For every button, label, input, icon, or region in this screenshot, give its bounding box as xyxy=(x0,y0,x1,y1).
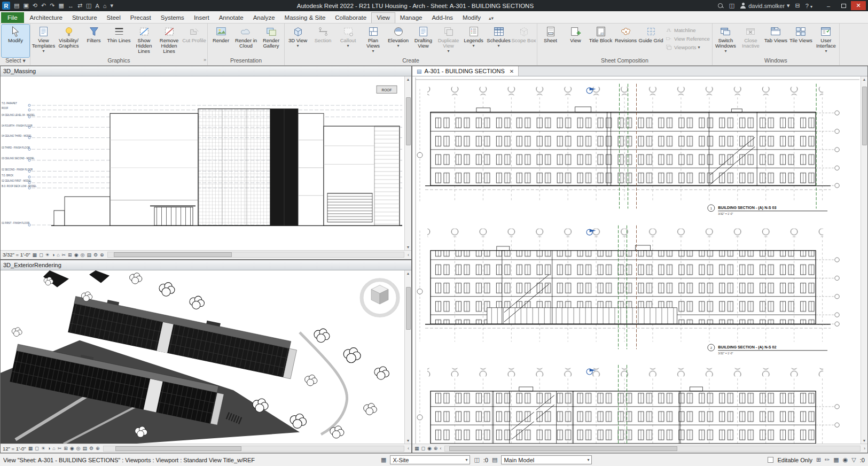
tab-manage[interactable]: Manage xyxy=(395,13,427,23)
detail-level-icon[interactable]: ▦ xyxy=(415,446,419,451)
plan-views-button[interactable]: Plan Views▾ xyxy=(361,25,386,57)
drag-on-selection-icon[interactable]: ◉ xyxy=(843,456,848,463)
worksharing-display-icon[interactable]: ▤ xyxy=(87,252,91,258)
show-hidden-lines-button[interactable]: Show Hidden Lines xyxy=(131,25,157,57)
scale-button[interactable]: 12" = 1'-0" xyxy=(3,446,26,452)
render-in-cloud-button[interactable]: Render in Cloud xyxy=(233,25,259,57)
text-note-icon[interactable]: A xyxy=(96,3,99,9)
panel-title-sheet-composition[interactable]: Sheet Composition xyxy=(537,57,712,65)
filters-button[interactable]: Filters xyxy=(81,25,106,57)
visual-style-icon[interactable]: ◻ xyxy=(421,446,425,451)
close-button[interactable]: ✕ xyxy=(851,1,866,10)
active-workset-select[interactable]: X-Site▾ xyxy=(390,455,470,464)
tab-addins[interactable]: Add-Ins xyxy=(427,13,458,23)
tab-architecture[interactable]: Architecture xyxy=(25,13,67,23)
scroll-up-icon[interactable]: ▲ xyxy=(406,270,410,276)
aligned-dimension-icon[interactable]: ⇄ xyxy=(77,2,82,9)
redo-icon[interactable]: ↷ xyxy=(50,2,54,9)
render-dialog-icon[interactable]: ⌂ xyxy=(57,252,59,258)
save-icon[interactable]: ▣ xyxy=(23,2,28,9)
undo-icon[interactable]: ↶ xyxy=(41,2,46,9)
show-constraints-icon[interactable]: ⊕ xyxy=(96,446,100,451)
3d-view-button[interactable]: 3D View▾ xyxy=(285,25,310,57)
scroll-down-icon[interactable]: ▼ xyxy=(863,438,866,444)
temporary-hide-isolate-icon[interactable]: ◉ xyxy=(427,446,432,451)
tab-precast[interactable]: Precast xyxy=(126,13,156,23)
scroll-left-icon[interactable]: ‹ xyxy=(440,446,441,451)
minimize-button[interactable]: – xyxy=(821,2,836,10)
guide-grid-button[interactable]: Guide Grid xyxy=(638,25,663,57)
reveal-hidden-elements-icon[interactable]: ◎ xyxy=(81,252,85,258)
reveal-hidden-elements-icon[interactable]: ⊕ xyxy=(434,446,438,451)
schedules-button[interactable]: Schedules▾ xyxy=(486,25,511,57)
tab-systems[interactable]: Systems xyxy=(156,13,189,23)
app-store-icon[interactable]: ⊟ xyxy=(795,2,800,9)
viewport-rendering-canvas[interactable]: ▲ ▼ xyxy=(1,270,411,444)
user-interface-button[interactable]: User Interface▾ xyxy=(814,25,839,57)
scroll-right-icon[interactable]: › xyxy=(864,446,865,451)
open-icon[interactable]: ▤ xyxy=(14,2,19,9)
modify-button[interactable]: Modify xyxy=(2,25,29,57)
tile-views-button[interactable]: Tile Views xyxy=(788,25,814,57)
render-gallery-button[interactable]: Render Gallery xyxy=(259,25,284,57)
scroll-down-icon[interactable]: ▼ xyxy=(406,244,410,250)
show-constraints-icon[interactable]: ⊕ xyxy=(100,252,104,258)
sheet-horizontal-scrollbar[interactable] xyxy=(444,446,861,452)
customize-qat-icon[interactable]: ▾ xyxy=(111,2,114,9)
select-underlay-icon[interactable]: ✏ xyxy=(825,456,830,463)
close-view-icon[interactable]: ✕ xyxy=(510,68,514,74)
detail-level-icon[interactable]: ▦ xyxy=(28,446,33,451)
borrowers-icon[interactable]: ◫ xyxy=(474,456,479,463)
print-icon[interactable]: ▦ xyxy=(58,2,64,9)
show-crop-region-icon[interactable]: ⊞ xyxy=(68,252,72,258)
sheet-button[interactable]: Sheet xyxy=(538,25,563,57)
legends-button[interactable]: Legends▾ xyxy=(461,25,486,57)
shadows-icon[interactable]: ◑ xyxy=(52,252,54,258)
massing-vertical-scrollbar[interactable]: ▲ ▼ xyxy=(404,76,411,250)
detail-level-icon[interactable]: ▦ xyxy=(33,252,37,258)
massing-horizontal-scrollbar[interactable] xyxy=(107,252,404,258)
sync-with-central-icon[interactable]: ⟲ xyxy=(33,2,37,9)
tab-steel[interactable]: Steel xyxy=(102,13,126,23)
help-menu[interactable]: ? ▾ xyxy=(806,3,812,9)
panel-title-windows[interactable]: Windows xyxy=(713,57,839,65)
rendering-vertical-scrollbar[interactable]: ▲ ▼ xyxy=(404,270,411,444)
sun-path-icon[interactable]: ☀ xyxy=(41,446,45,451)
show-crop-region-icon[interactable]: ⊞ xyxy=(64,446,68,451)
render-dialog-icon[interactable]: ⌂ xyxy=(52,446,55,451)
temporary-view-properties-icon[interactable]: ⚙ xyxy=(89,446,93,451)
rendering-horizontal-scrollbar[interactable] xyxy=(103,446,404,452)
revit-logo-icon[interactable]: R xyxy=(2,2,10,10)
default-3d-view-icon[interactable]: ⌂ xyxy=(103,3,107,9)
remove-hidden-lines-button[interactable]: Remove Hidden Lines xyxy=(157,25,182,57)
panel-title-create[interactable]: Create xyxy=(285,57,537,65)
worksets-icon[interactable]: ▦ xyxy=(381,456,386,463)
sheet-tab[interactable]: ▤ A-301 - BUILDING SECTIONS ✕ xyxy=(412,66,519,76)
scroll-up-icon[interactable]: ▲ xyxy=(406,76,410,82)
view-templates-button[interactable]: View Templates▾ xyxy=(31,25,56,57)
design-option-select[interactable]: Main Model▾ xyxy=(501,455,592,464)
drafting-view-button[interactable]: Drafting View xyxy=(411,25,436,57)
scroll-up-icon[interactable]: ▲ xyxy=(863,76,866,82)
view-button[interactable]: View xyxy=(563,25,588,57)
switch-windows-button[interactable]: Switch Windows▾ xyxy=(713,25,738,57)
scroll-down-icon[interactable]: ▼ xyxy=(406,438,410,444)
crop-view-icon[interactable]: ✂ xyxy=(58,446,62,451)
tab-file[interactable]: File xyxy=(1,12,24,23)
scroll-left-icon[interactable]: ‹ xyxy=(408,252,409,258)
tab-analyze[interactable]: Analyze xyxy=(248,13,280,23)
temporary-view-properties-icon[interactable]: ⚙ xyxy=(93,252,98,258)
temporary-hide-isolate-icon[interactable]: ◉ xyxy=(74,252,79,258)
title-block-button[interactable]: Title Block xyxy=(588,25,613,57)
tab-view[interactable]: View xyxy=(371,12,395,23)
scroll-left-icon[interactable]: ‹ xyxy=(408,446,409,451)
tab-annotate[interactable]: Annotate xyxy=(214,13,248,23)
visual-style-icon[interactable]: ◻ xyxy=(39,252,43,258)
scale-button[interactable]: 3/32" = 1'-0" xyxy=(3,252,30,258)
shadows-icon[interactable]: ◑ xyxy=(48,446,50,451)
tab-structure[interactable]: Structure xyxy=(67,13,102,23)
worksharing-display-icon[interactable]: ▤ xyxy=(82,446,87,451)
editable-only-checkbox[interactable] xyxy=(768,457,773,463)
temporary-hide-isolate-icon[interactable]: ◉ xyxy=(70,446,74,451)
panel-title-graphics[interactable]: Graphics» xyxy=(30,57,207,65)
